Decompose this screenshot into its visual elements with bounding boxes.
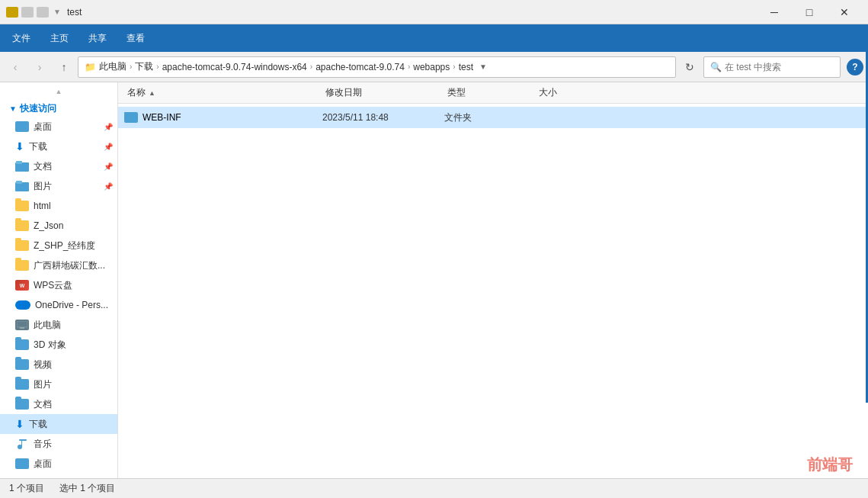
folder-icon-webinf (124, 112, 138, 123)
scroll-up-indicator[interactable]: ▲ (0, 85, 117, 98)
onedrive-icon (15, 300, 30, 310)
pc-icon (15, 320, 29, 330)
sidebar-item-desktop[interactable]: 桌面 📌 (0, 117, 117, 137)
sidebar-item-docs[interactable]: 文档 📌 (0, 156, 117, 176)
sidebar-item-label-images: 图片 (34, 180, 52, 193)
address-bar[interactable]: 📁 此电脑 › 下载 › apache-tomcat-9.0.74-window… (78, 56, 676, 78)
back-button[interactable]: ‹ (5, 56, 26, 78)
col-size-label: 大小 (539, 86, 557, 99)
breadcrumb-this-pc[interactable]: 此电脑 (99, 60, 127, 73)
sidebar-item-onedrive[interactable]: OneDrive - Pers... (0, 295, 117, 315)
undo-icon (37, 7, 49, 18)
folder-blue-icon-3d (15, 339, 29, 350)
sidebar-item-label-pcimages: 图片 (34, 378, 52, 391)
sidebar-item-video[interactable]: 视频 (0, 355, 117, 374)
sidebar-item-label-wps: WPS云盘 (34, 279, 72, 292)
sidebar-item-images[interactable]: 图片 📌 (0, 176, 117, 196)
sidebar-item-wps[interactable]: W WPS云盘 (0, 275, 117, 295)
title-bar-icons: ▼ (6, 7, 61, 18)
desktop-icon-pc (15, 458, 29, 469)
sidebar-item-label-video: 视频 (34, 358, 52, 371)
watermark: 前端哥 (807, 455, 853, 475)
pin-icon-3: 📌 (104, 162, 113, 171)
col-header-type[interactable]: 类型 (444, 86, 536, 99)
sidebar-item-html[interactable]: html (0, 196, 117, 216)
sidebar-item-pcdocs[interactable]: 文档 (0, 394, 117, 414)
sidebar-item-pcdownloads[interactable]: ⬇ 下载 (0, 414, 117, 434)
refresh-button[interactable]: ↻ (679, 56, 700, 78)
breadcrumb-test[interactable]: test (459, 62, 473, 72)
sidebar-item-pc[interactable]: 此电脑 (0, 315, 117, 335)
menu-item-share[interactable]: 共享 (79, 27, 116, 49)
search-input[interactable] (725, 62, 839, 72)
close-button[interactable]: ✕ (827, 0, 862, 24)
download-icon: ⬇ (15, 140, 24, 153)
folder-yellow-icon-html (15, 201, 29, 211)
file-date-webinf: 2023/5/11 18:48 (322, 112, 444, 123)
svg-rect-1 (16, 161, 22, 164)
sidebar-item-label-pcdesktop: 桌面 (34, 458, 52, 471)
sidebar-item-label-zjson: Z_Json (34, 220, 63, 231)
status-count: 1 个项目 (9, 482, 44, 495)
save-icon (21, 7, 34, 18)
dropdown-arrow[interactable]: ▼ (53, 8, 61, 16)
breadcrumb-sep-1: › (130, 63, 132, 71)
desktop-folder-icon (15, 121, 29, 132)
sidebar-item-label-pc: 此电脑 (34, 319, 61, 332)
sidebar-item-pcimages[interactable]: 图片 (0, 374, 117, 394)
sidebar-item-disk-c[interactable]: 本地磁盘 (C:) (0, 474, 117, 478)
sidebar-item-label-disk-c: 本地磁盘 (C:) (34, 477, 88, 479)
help-button[interactable]: ? (847, 59, 863, 76)
svg-rect-5 (20, 327, 24, 329)
sidebar-item-downloads[interactable]: ⬇ 下载 📌 (0, 137, 117, 156)
address-dropdown-arrow[interactable]: ▼ (479, 63, 487, 71)
col-header-name[interactable]: 名称 ▲ (124, 86, 322, 99)
file-name-webinf: WEB-INF (124, 112, 322, 123)
sidebar-item-label-downloads: 下载 (29, 140, 47, 153)
menu-item-view[interactable]: 查看 (117, 27, 154, 49)
forward-button[interactable]: › (29, 56, 50, 78)
sidebar-item-label-zshp: Z_SHP_经纬度 (34, 239, 95, 252)
col-header-size[interactable]: 大小 (536, 86, 612, 99)
file-list: WEB-INF 2023/5/11 18:48 文件夹 (118, 104, 868, 478)
sidebar-item-zshp[interactable]: Z_SHP_经纬度 (0, 236, 117, 255)
window-title: test (67, 7, 757, 18)
breadcrumb-sep-5: › (453, 63, 455, 71)
sidebar-item-label-desktop: 桌面 (34, 120, 52, 133)
images-icon (15, 181, 29, 191)
up-button[interactable]: ↑ (53, 56, 75, 78)
status-selected: 选中 1 个项目 (59, 482, 115, 495)
file-type-webinf: 文件夹 (444, 111, 536, 124)
breadcrumb-downloads[interactable]: 下载 (135, 60, 153, 73)
col-date-label: 修改日期 (325, 86, 362, 99)
music-icon (15, 439, 29, 449)
sidebar-item-label-html: html (34, 201, 51, 211)
sidebar-item-label-music: 音乐 (34, 438, 52, 451)
sidebar-item-pcdesktop[interactable]: 桌面 (0, 454, 117, 474)
pin-icon-4: 📌 (104, 182, 113, 191)
chevron-down-icon: ▼ (9, 104, 17, 113)
svg-rect-7 (19, 439, 27, 441)
sidebar-item-3d[interactable]: 3D 对象 (0, 335, 117, 355)
breadcrumb-webapps[interactable]: webapps (413, 62, 450, 72)
quick-access-header: ▼ 快速访问 (0, 98, 117, 117)
sidebar-item-gx[interactable]: 广西耕地碳汇数... (0, 255, 117, 275)
sidebar-item-music[interactable]: 音乐 (0, 434, 117, 454)
sidebar-item-label-docs: 文档 (34, 160, 52, 173)
file-item-webinf[interactable]: WEB-INF 2023/5/11 18:48 文件夹 (118, 107, 868, 128)
sidebar-item-zjson[interactable]: Z_Json (0, 216, 117, 236)
sidebar-item-label-pcdocs: 文档 (34, 398, 52, 411)
address-bar-folder-icon: 📁 (85, 62, 96, 72)
breadcrumb-tomcat[interactable]: apache-tomcat-9.0.74 (315, 62, 405, 72)
window-controls: ─ □ ✕ (757, 0, 862, 24)
search-bar[interactable]: 🔍 (703, 56, 841, 78)
nav-bar: ‹ › ↑ 📁 此电脑 › 下载 › apache-tomcat-9.0.74-… (0, 52, 868, 82)
sidebar-item-label-gx: 广西耕地碳汇数... (34, 259, 105, 272)
minimize-button[interactable]: ─ (757, 0, 792, 24)
maximize-button[interactable]: □ (792, 0, 827, 24)
menu-item-file[interactable]: 文件 (3, 27, 40, 49)
status-bar: 1 个项目 选中 1 个项目 (0, 478, 868, 498)
breadcrumb-tomcat-zip[interactable]: apache-tomcat-9.0.74-windows-x64 (162, 62, 307, 72)
menu-item-home[interactable]: 主页 (41, 27, 78, 49)
col-header-date[interactable]: 修改日期 (322, 86, 444, 99)
